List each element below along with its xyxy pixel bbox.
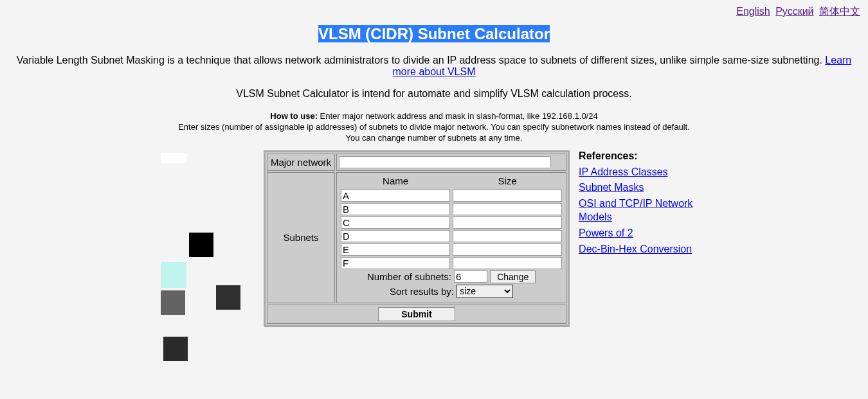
subnets-table: Name Size: [339, 174, 563, 299]
ref-link[interactable]: IP Address Classes: [579, 166, 707, 179]
num-subnets-input[interactable]: [454, 270, 487, 283]
name-header: Name: [339, 174, 451, 189]
subnet-row: [339, 256, 563, 270]
subnets-label: Subnets: [267, 172, 335, 303]
subnet-row: [339, 202, 563, 216]
subnet-name-input[interactable]: [341, 257, 450, 269]
subnet-name-input[interactable]: [341, 230, 450, 242]
subnet-size-input[interactable]: [453, 244, 562, 256]
references: References: IP Address Classes Subnet Ma…: [579, 150, 707, 259]
submit-button[interactable]: Submit: [378, 307, 455, 321]
lang-cn[interactable]: 简体中文: [819, 6, 860, 17]
language-links: English Русский 简体中文: [0, 0, 868, 19]
major-network-label: Major network: [267, 154, 335, 171]
major-network-input[interactable]: [339, 156, 551, 168]
subtitle: VLSM Subnet Calculator is intend for aut…: [0, 88, 868, 100]
subnet-name-input[interactable]: [341, 190, 450, 202]
page-title: VLSM (CIDR) Subnet Calculator: [0, 25, 868, 43]
references-title: References:: [579, 150, 707, 162]
subnet-name-input[interactable]: [341, 217, 450, 229]
change-button[interactable]: Change: [490, 270, 536, 283]
calculator-form: Major network Subnets Name Size: [264, 150, 570, 327]
subnet-row: [339, 189, 563, 202]
subnet-size-input[interactable]: [453, 257, 562, 269]
ref-link[interactable]: Powers of 2: [579, 227, 707, 240]
lang-ru[interactable]: Русский: [775, 6, 813, 17]
subnet-size-input[interactable]: [453, 190, 562, 202]
num-subnets-label: Number of subnets:: [367, 271, 451, 282]
subnet-size-input[interactable]: [453, 230, 562, 242]
size-header: Size: [451, 174, 563, 189]
ref-link[interactable]: OSI and TCP/IP Network Models: [579, 197, 707, 224]
ref-link[interactable]: Dec-Bin-Hex Conversion: [579, 243, 707, 256]
sort-select[interactable]: size: [457, 285, 513, 298]
subnet-row: [339, 229, 563, 243]
subnet-size-input[interactable]: [453, 217, 562, 229]
decorative-boxes: [161, 150, 264, 369]
intro-text: Variable Length Subnet Masking is a tech…: [13, 55, 855, 78]
lang-en[interactable]: English: [736, 6, 770, 17]
sort-label: Sort results by:: [390, 285, 454, 296]
ref-link[interactable]: Subnet Masks: [579, 181, 707, 195]
howto-text: How to use: Enter major network address …: [0, 111, 868, 144]
subnet-name-input[interactable]: [341, 203, 450, 215]
subnet-size-input[interactable]: [453, 203, 562, 215]
subnet-name-input[interactable]: [341, 244, 450, 256]
subnet-row: [339, 243, 563, 256]
subnet-row: [339, 216, 563, 229]
